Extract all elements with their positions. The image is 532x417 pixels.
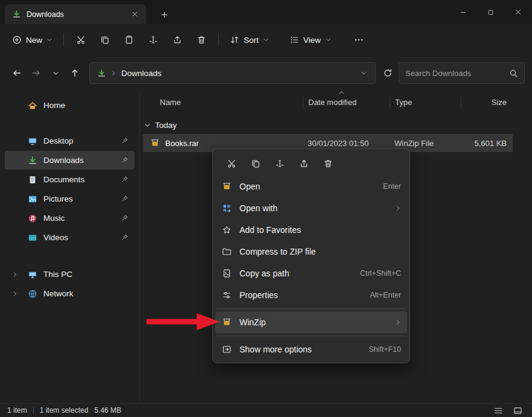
pin-icon bbox=[121, 176, 128, 183]
see-more-button[interactable] bbox=[347, 29, 371, 51]
pin-icon bbox=[121, 214, 128, 221]
pin-icon bbox=[121, 156, 128, 164]
desktop-icon bbox=[28, 136, 37, 146]
menu-item-winzip[interactable]: WinZip bbox=[215, 311, 407, 333]
sidebar-item-pictures[interactable]: Pictures bbox=[5, 189, 135, 208]
copy-button[interactable] bbox=[93, 29, 117, 51]
sidebar-item-network[interactable]: Network bbox=[5, 284, 135, 303]
sidebar-item-label: Desktop bbox=[43, 136, 74, 145]
column-headers: Name Date modified Type Size bbox=[143, 92, 513, 112]
cut-button[interactable] bbox=[221, 154, 242, 173]
sidebar-item-downloads[interactable]: Downloads bbox=[5, 151, 135, 170]
search-input[interactable] bbox=[405, 69, 504, 78]
sidebar-item-label: Documents bbox=[43, 175, 84, 184]
menu-item-properties[interactable]: Properties Alt+Enter bbox=[215, 284, 407, 306]
minimize-button[interactable] bbox=[449, 0, 477, 24]
sidebar-item-music[interactable]: Music bbox=[5, 209, 135, 228]
tab-downloads[interactable]: Downloads bbox=[5, 4, 146, 24]
share-button[interactable] bbox=[294, 154, 314, 173]
refresh-icon bbox=[383, 68, 393, 78]
selection-count: 1 item selected bbox=[40, 406, 89, 415]
delete-button[interactable] bbox=[189, 29, 214, 51]
column-header-size[interactable]: Size bbox=[461, 96, 513, 108]
column-header-date-modified[interactable]: Date modified bbox=[303, 96, 390, 108]
new-tab-button[interactable] bbox=[156, 7, 173, 22]
large-thumbnails-view-button[interactable] bbox=[510, 405, 525, 416]
delete-icon bbox=[323, 159, 333, 168]
context-menu-quick-actions bbox=[215, 151, 407, 176]
details-view-button[interactable] bbox=[491, 405, 505, 416]
up-button[interactable] bbox=[65, 63, 84, 83]
cut-button[interactable] bbox=[69, 29, 93, 51]
sort-button[interactable]: Sort bbox=[224, 29, 275, 51]
address-bar[interactable]: Downloads bbox=[89, 62, 376, 84]
menu-item-label: Open bbox=[239, 182, 376, 191]
rename-button[interactable] bbox=[141, 29, 165, 51]
star-icon bbox=[221, 225, 232, 235]
sidebar-item-desktop[interactable]: Desktop bbox=[5, 132, 135, 150]
search-box[interactable] bbox=[399, 62, 525, 84]
file-type: WinZip File bbox=[394, 139, 434, 148]
delete-button[interactable] bbox=[318, 154, 338, 173]
sidebar-item-label: Home bbox=[43, 101, 65, 110]
menu-item-show-more-options[interactable]: Show more options Shift+F10 bbox=[215, 339, 407, 360]
column-label: Size bbox=[492, 98, 507, 107]
copy-button[interactable] bbox=[245, 154, 266, 173]
refresh-button[interactable] bbox=[378, 63, 397, 83]
share-button[interactable] bbox=[165, 29, 189, 51]
group-label: Today bbox=[155, 121, 177, 130]
forward-button[interactable] bbox=[27, 63, 46, 83]
chevron-down-icon bbox=[325, 37, 331, 43]
breadcrumb-downloads[interactable]: Downloads bbox=[121, 69, 162, 78]
recent-locations-button[interactable] bbox=[46, 63, 65, 83]
expand-chevron-icon[interactable] bbox=[8, 291, 22, 297]
menu-item-copy-as-path[interactable]: Copy as path Ctrl+Shift+C bbox=[215, 263, 407, 284]
paste-icon bbox=[124, 35, 134, 45]
chevron-down-icon bbox=[263, 37, 269, 43]
new-item-icon bbox=[12, 35, 22, 45]
sort-button-label: Sort bbox=[244, 36, 259, 45]
column-header-type[interactable]: Type bbox=[390, 96, 461, 108]
maximize-button[interactable] bbox=[477, 0, 504, 24]
winzip-file-icon bbox=[221, 182, 232, 191]
address-dropdown-button[interactable] bbox=[355, 64, 373, 82]
menu-item-add-to-favorites[interactable]: Add to Favorites bbox=[215, 219, 407, 241]
column-label: Date modified bbox=[308, 98, 356, 107]
view-button[interactable]: View bbox=[283, 29, 337, 51]
sidebar-item-videos[interactable]: Videos bbox=[5, 228, 135, 247]
titlebar: Downloads bbox=[0, 0, 532, 24]
menu-item-open[interactable]: Open Enter bbox=[215, 176, 407, 197]
group-header-today[interactable]: Today bbox=[144, 118, 177, 132]
cut-icon bbox=[76, 35, 86, 45]
sidebar-item-home[interactable]: Home bbox=[5, 96, 135, 115]
view-toggles bbox=[491, 405, 525, 416]
sidebar-item-label: Videos bbox=[43, 233, 68, 242]
menu-item-label: Compress to ZIP file bbox=[239, 247, 401, 256]
rename-button[interactable] bbox=[270, 154, 290, 173]
rename-icon bbox=[148, 35, 158, 45]
chevron-down-icon bbox=[46, 37, 52, 43]
menu-item-open-with[interactable]: Open with bbox=[215, 197, 407, 219]
pin-icon bbox=[121, 234, 128, 241]
menu-item-label: Show more options bbox=[239, 345, 361, 354]
submenu-chevron-icon bbox=[395, 319, 401, 325]
large-thumbnails-icon bbox=[513, 407, 522, 415]
sidebar-item-this-pc[interactable]: This PC bbox=[5, 265, 135, 284]
winzip-file-icon bbox=[150, 138, 160, 148]
sidebar-item-documents[interactable]: Documents bbox=[5, 170, 135, 189]
close-button[interactable] bbox=[504, 0, 532, 24]
zip-folder-icon bbox=[221, 247, 232, 256]
paste-button[interactable] bbox=[117, 29, 141, 51]
cut-icon bbox=[227, 159, 236, 168]
view-icon bbox=[290, 35, 299, 45]
new-button[interactable]: New bbox=[6, 29, 59, 51]
menu-item-compress-to-zip[interactable]: Compress to ZIP file bbox=[215, 241, 407, 263]
column-header-name[interactable]: Name bbox=[143, 96, 303, 108]
status-bar: 1 item 1 item selected 5.46 MB bbox=[0, 403, 532, 417]
expand-chevron-icon[interactable] bbox=[8, 272, 22, 278]
sidebar-item-label: This PC bbox=[43, 270, 72, 279]
back-button[interactable] bbox=[7, 63, 27, 83]
share-icon bbox=[299, 159, 309, 168]
sidebar-gap bbox=[0, 115, 139, 131]
tab-close-button[interactable] bbox=[128, 8, 141, 21]
